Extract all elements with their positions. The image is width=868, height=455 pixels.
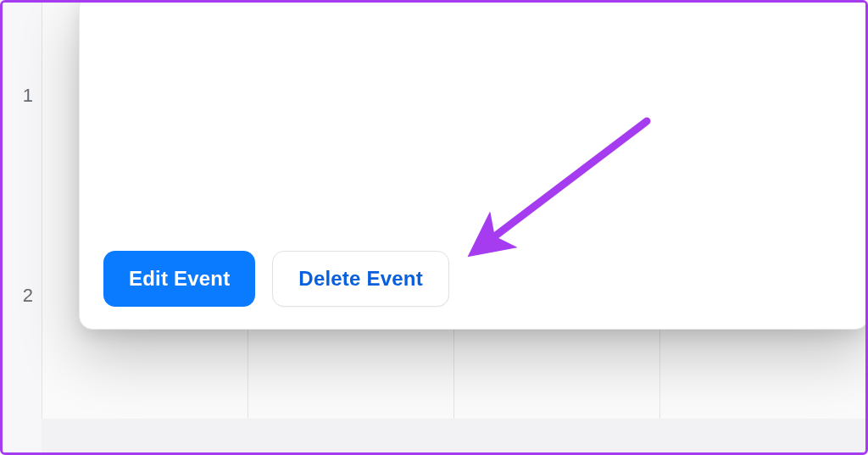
event-detail-modal: Edit Event Delete Event [79, 0, 868, 330]
time-label: 1 [3, 85, 42, 107]
edit-event-button[interactable]: Edit Event [103, 251, 255, 307]
calendar-time-gutter: 1 2 [3, 3, 42, 452]
screenshot-frame: 1 2 Edit Event Delete Event [0, 0, 868, 455]
modal-footer: Edit Event Delete Event [103, 251, 449, 307]
delete-event-button[interactable]: Delete Event [272, 251, 448, 307]
time-label: 2 [3, 285, 42, 307]
